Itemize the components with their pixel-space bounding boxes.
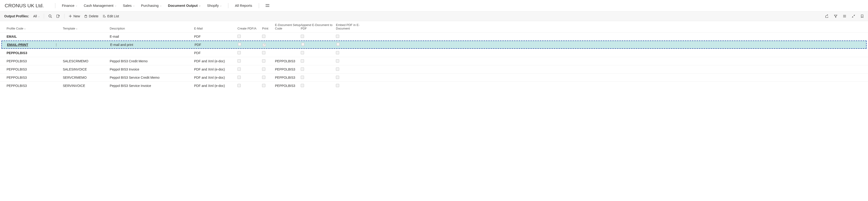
- cell-email: PDF and Xml (e-doc): [194, 59, 238, 63]
- table-row[interactable]: PEPPOLBIS3SALESINVOICEPeppol BIS3 Invoic…: [0, 65, 868, 73]
- cell-profile-code: PEPPOLBIS3: [6, 59, 63, 63]
- col-label: E-Mail: [194, 27, 203, 30]
- table-row[interactable]: PEPPOLBIS3PDF: [0, 49, 868, 57]
- company-name[interactable]: CRONUS UK Ltd.: [5, 3, 49, 8]
- cell-print[interactable]: [262, 76, 275, 80]
- cell-profile-code: PEPPOLBIS3: [6, 67, 63, 71]
- cell-append-edoc[interactable]: [301, 51, 336, 55]
- nav-label: Cash Management: [84, 3, 114, 7]
- cell-print[interactable]: [262, 84, 275, 88]
- new-button[interactable]: New: [69, 14, 80, 18]
- chevron-down-icon: ⌵: [38, 15, 40, 18]
- list-icon: [843, 14, 846, 18]
- cell-create-pdfa[interactable]: [238, 84, 262, 88]
- page-plus-icon: [56, 14, 60, 18]
- nav-document-output[interactable]: Document Output ⌵: [168, 3, 200, 7]
- nav-label: Finance: [62, 3, 74, 7]
- nav-label: Purchasing: [141, 3, 159, 7]
- cell-embed-pdf[interactable]: [336, 51, 371, 55]
- cell-email: PDF and Xml (e-doc): [194, 84, 238, 88]
- cell-print[interactable]: [262, 43, 275, 46]
- search-button[interactable]: [48, 14, 52, 18]
- svg-rect-7: [85, 15, 87, 18]
- edit-list-label: Edit List: [107, 14, 119, 18]
- checkbox-icon: [336, 43, 340, 46]
- table-row[interactable]: EMAILE-mailPDF: [0, 32, 868, 40]
- table-row[interactable]: PEPPOLBIS3SERVCRMEMOPeppol BIS3 Service …: [0, 73, 868, 81]
- checkbox-icon: [336, 35, 339, 38]
- cell-append-edoc[interactable]: [301, 35, 336, 39]
- more-menu-icon[interactable]: [266, 4, 269, 7]
- list-view-button[interactable]: [843, 14, 846, 18]
- col-email[interactable]: E-Mail: [194, 27, 238, 30]
- checkbox-icon: [336, 67, 339, 71]
- cell-edoc-setup: PEPPOLBIS3: [275, 76, 301, 79]
- cell-edoc-setup: PEPPOLBIS3: [275, 84, 301, 88]
- nav-sales[interactable]: Sales ⌵: [123, 3, 134, 7]
- cell-embed-pdf[interactable]: [336, 35, 371, 39]
- nav-cash-management[interactable]: Cash Management ⌵: [84, 3, 116, 7]
- new-record-icon-button[interactable]: [56, 14, 60, 18]
- data-grid: Profile Code ↑ Template ↑ Description E-…: [0, 21, 868, 90]
- cell-append-edoc[interactable]: [301, 76, 336, 80]
- nav-label: Document Output: [168, 3, 198, 7]
- svg-point-0: [49, 15, 51, 17]
- new-label: New: [73, 14, 80, 18]
- cell-template: SALESCRMEMO: [63, 59, 110, 63]
- table-row[interactable]: PEPPOLBIS3SALESCRMEMOPeppol BIS3 Credit …: [0, 57, 868, 65]
- cell-email: PDF: [194, 43, 238, 46]
- edit-list-button[interactable]: Edit List: [103, 14, 119, 18]
- cell-embed-pdf[interactable]: [336, 67, 371, 71]
- cell-embed-pdf[interactable]: [336, 59, 371, 63]
- col-label: Template: [63, 27, 75, 30]
- col-create-pdfa[interactable]: Create PDF/A: [238, 27, 262, 30]
- collapse-button[interactable]: [851, 14, 855, 18]
- cell-create-pdfa[interactable]: [238, 59, 262, 63]
- cell-append-edoc[interactable]: [301, 59, 336, 63]
- cell-print[interactable]: [262, 67, 275, 71]
- col-template[interactable]: Template ↑: [63, 27, 110, 30]
- col-profile-code[interactable]: Profile Code ↑: [6, 27, 63, 30]
- cell-embed-pdf[interactable]: [336, 43, 372, 46]
- cell-print[interactable]: [262, 59, 275, 63]
- separator: [55, 3, 55, 8]
- cell-create-pdfa[interactable]: [238, 43, 262, 46]
- col-append-edoc[interactable]: Append E-Document to PDF: [301, 24, 336, 30]
- row-actions-icon[interactable]: ⋮: [55, 43, 58, 46]
- cell-embed-pdf[interactable]: [336, 76, 371, 80]
- filter-button[interactable]: [834, 14, 838, 18]
- view-filter[interactable]: All ⌵: [33, 14, 40, 18]
- separator: [44, 14, 44, 19]
- checkbox-icon: [301, 76, 304, 79]
- nav-all-reports[interactable]: All Reports: [235, 3, 252, 7]
- cell-create-pdfa[interactable]: [238, 67, 262, 71]
- col-embed-pdf[interactable]: Embed PDF in E-Document: [336, 24, 371, 30]
- nav-shopify[interactable]: Shopify ⌵: [207, 3, 221, 7]
- cell-create-pdfa[interactable]: [238, 51, 262, 55]
- cell-create-pdfa[interactable]: [238, 76, 262, 80]
- nav-label: Sales: [123, 3, 132, 7]
- checkbox-icon: [301, 43, 305, 46]
- nav-finance[interactable]: Finance ⌵: [62, 3, 77, 7]
- checkbox-icon: [262, 59, 265, 63]
- cell-create-pdfa[interactable]: [238, 35, 262, 39]
- cell-append-edoc[interactable]: [301, 43, 336, 46]
- chevron-down-icon: ⌵: [133, 4, 134, 7]
- col-print[interactable]: Print: [262, 27, 275, 30]
- table-row[interactable]: EMAIL-PRINTE-mail and printPDF⋮: [1, 40, 867, 49]
- cell-print[interactable]: [262, 35, 275, 39]
- cell-embed-pdf[interactable]: [336, 84, 371, 88]
- cell-append-edoc[interactable]: [301, 84, 336, 88]
- top-nav: CRONUS UK Ltd. Finance ⌵ Cash Management…: [0, 0, 868, 11]
- separator: [259, 3, 259, 8]
- cell-append-edoc[interactable]: [301, 67, 336, 71]
- table-row[interactable]: PEPPOLBIS3SERVINVOICEPeppol BIS3 Service…: [0, 81, 868, 90]
- bookmark-button[interactable]: [861, 14, 864, 18]
- col-edoc-setup[interactable]: E-Document Setup Code: [275, 24, 301, 30]
- cell-email: PDF: [194, 51, 238, 55]
- col-description[interactable]: Description: [110, 27, 194, 30]
- cell-print[interactable]: [262, 51, 275, 55]
- share-button[interactable]: [825, 14, 829, 18]
- nav-purchasing[interactable]: Purchasing ⌵: [141, 3, 161, 7]
- delete-button[interactable]: Delete: [84, 14, 98, 18]
